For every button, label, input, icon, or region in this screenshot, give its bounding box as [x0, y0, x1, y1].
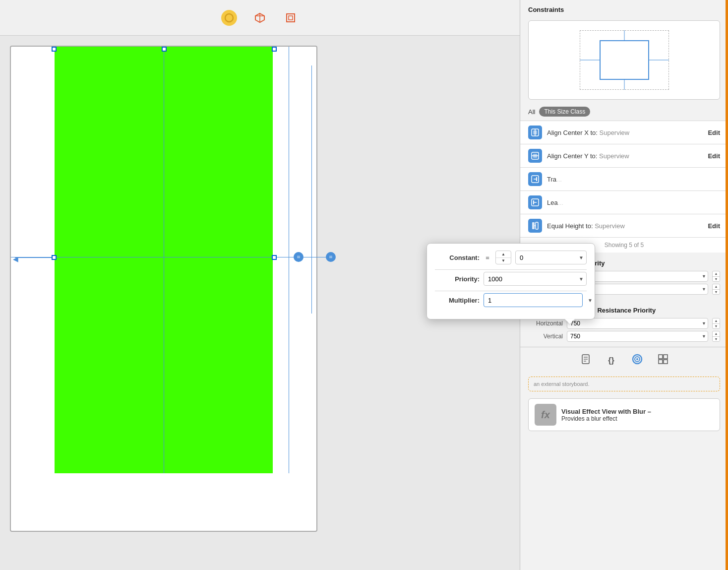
compression-vertical-stepper[interactable]: ▲ ▼ [712, 331, 720, 342]
compression-vertical-label: Vertical [528, 333, 563, 340]
diagram-line-left [580, 60, 600, 61]
stepper-up-cv[interactable]: ▲ [713, 331, 720, 337]
device-frame: ◀ = = [10, 46, 317, 532]
constraint-row-align-y: Align Center Y to: Superview Edit [520, 144, 728, 167]
tab-all[interactable]: All [528, 108, 535, 116]
popover-stepper-down[interactable]: ▼ [496, 258, 511, 264]
edit-align-x-button[interactable]: Edit [708, 129, 720, 136]
popover-multiplier-arrow: ▼ [588, 298, 593, 303]
popover-constant-row: Constant: = ▲ ▼ 0 8 16 ▼ [435, 251, 587, 264]
svg-rect-28 [659, 355, 663, 359]
svg-rect-4 [287, 14, 295, 22]
file-tab[interactable] [579, 354, 593, 367]
constraint-equal-height-text: Equal Height to: Superview [547, 222, 703, 230]
stepper-down-ch[interactable]: ▼ [713, 324, 720, 329]
svg-point-27 [636, 358, 638, 360]
popover-constant-label: Constant: [435, 254, 480, 261]
hugging-vertical-stepper[interactable]: ▲ ▼ [712, 284, 720, 295]
grid-tab[interactable] [656, 354, 670, 367]
constraint-align-y-text: Align Center Y to: Superview [547, 152, 703, 160]
popover-priority-select-wrapper: 1000 750 250 ▼ [484, 272, 587, 286]
compression-vertical-select-wrapper: 750 1000 250 ▼ [567, 331, 708, 342]
equal-badge-2: = [326, 252, 336, 262]
filter-tabs: All This Size Class [520, 104, 728, 121]
leading-icon [528, 195, 542, 209]
constraint-line-outer-right [311, 65, 312, 314]
compression-horizontal-select[interactable]: 750 1000 250 [567, 318, 708, 329]
svg-rect-19 [536, 222, 538, 229]
popover-priority-label: Priority: [435, 275, 480, 283]
handle-top-left[interactable] [52, 47, 57, 52]
hugging-horizontal-stepper[interactable]: ▲ ▼ [712, 271, 720, 282]
compression-horizontal-label: Horizontal [528, 320, 563, 327]
equal-badge-1: = [294, 252, 303, 262]
constraint-row-align-x: Align Center X to: Superview Edit [520, 121, 728, 144]
cube-icon[interactable] [252, 10, 268, 26]
circle-icon[interactable] [221, 10, 237, 26]
stepper-up-v[interactable]: ▲ [713, 284, 720, 290]
popover-constant-select[interactable]: 0 8 16 [515, 251, 587, 264]
constraint-leading-text: Lea... [547, 199, 720, 206]
handle-mid-right[interactable] [272, 255, 277, 260]
constraint-line-h-left [15, 257, 52, 258]
svg-rect-11 [533, 154, 537, 158]
popover-constant-select-wrapper: 0 8 16 ▼ [515, 251, 587, 264]
bottom-tabs: {} [520, 347, 728, 374]
popover-priority-select[interactable]: 1000 750 250 [484, 272, 587, 286]
popover-eq-sign: = [484, 254, 491, 261]
edit-equal-height-button[interactable]: Edit [708, 222, 720, 230]
popover-arrow [565, 319, 575, 324]
stepper-down-v[interactable]: ▼ [713, 290, 720, 295]
popover-multiplier-input[interactable]: 1 [484, 293, 583, 307]
compression-vertical-select[interactable]: 750 1000 250 [567, 331, 708, 342]
constraint-row-equal-height: Equal Height to: Superview Edit [520, 214, 728, 237]
align-center-x-icon [528, 126, 542, 139]
svg-rect-29 [664, 355, 667, 359]
diagram-line-right [649, 60, 669, 61]
popover-divider-2 [435, 291, 587, 291]
constraint-popover: Constant: = ▲ ▼ 0 8 16 ▼ Priority: 1000 … [426, 243, 595, 319]
equal-height-icon [528, 219, 542, 233]
compression-horizontal-row: Horizontal 750 1000 250 ▼ ▲ ▼ [528, 318, 720, 329]
stepper-down-cv[interactable]: ▼ [713, 337, 720, 342]
diagram-line-bottom [624, 80, 624, 90]
constraints-section-label: Constraints [520, 0, 728, 16]
handle-top-mid[interactable] [162, 47, 167, 52]
tab-size-class[interactable]: This Size Class [539, 107, 590, 117]
popover-stepper-up[interactable]: ▲ [496, 251, 511, 258]
svg-rect-18 [532, 222, 535, 229]
svg-rect-8 [533, 130, 537, 134]
constraint-align-x-text: Align Center X to: Superview [547, 129, 703, 136]
popover-multiplier-label: Multiplier: [435, 297, 480, 304]
svg-rect-5 [289, 16, 293, 20]
constraints-diagram [528, 20, 720, 100]
stepper-up-ch[interactable]: ▲ [713, 318, 720, 324]
storyboard-warning: an external storyboard. [528, 377, 720, 391]
bottom-card-title: Visual Effect View with Blur – [561, 408, 651, 415]
compression-horizontal-stepper[interactable]: ▲ ▼ [712, 318, 720, 329]
code-tab[interactable]: {} [605, 356, 618, 365]
handle-mid-left[interactable] [52, 255, 57, 260]
fx-badge: fx [535, 404, 556, 426]
trailing-icon [528, 172, 542, 186]
constraint-line-vertical-right [289, 47, 289, 473]
stepper-down[interactable]: ▼ [713, 277, 720, 282]
frame-icon[interactable] [283, 10, 299, 26]
edit-align-y-button[interactable]: Edit [708, 152, 720, 160]
svg-rect-30 [659, 360, 663, 364]
popover-priority-row: Priority: 1000 750 250 ▼ [435, 272, 587, 286]
compression-horizontal-select-wrapper: 750 1000 250 ▼ [567, 318, 708, 329]
diagram-line-top [624, 30, 624, 40]
orange-accent [726, 0, 728, 570]
popover-divider-1 [435, 269, 587, 270]
constraint-row-leading: Lea... [520, 190, 728, 214]
compression-vertical-row: Vertical 750 1000 250 ▼ ▲ ▼ [528, 331, 720, 342]
circle-tab[interactable] [630, 353, 644, 368]
svg-point-0 [225, 14, 233, 22]
popover-constant-stepper[interactable]: ▲ ▼ [495, 251, 511, 264]
handle-top-right[interactable] [272, 47, 277, 52]
stepper-up[interactable]: ▲ [713, 271, 720, 277]
bottom-card-text: Visual Effect View with Blur – Provides … [561, 408, 651, 422]
bottom-card: fx Visual Effect View with Blur – Provid… [528, 398, 720, 431]
popover-multiplier-row: Multiplier: 1 ▼ [435, 293, 587, 307]
